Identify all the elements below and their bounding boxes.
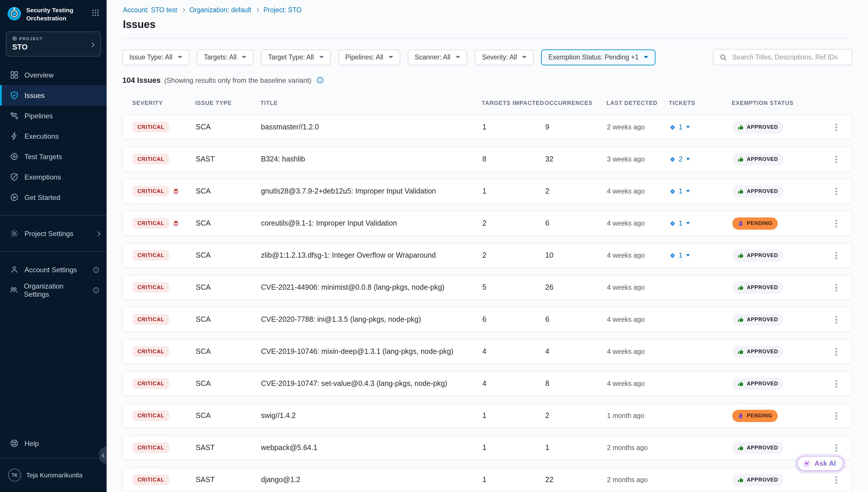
chevron-down-icon: [319, 56, 324, 58]
kebab-menu[interactable]: [835, 319, 837, 320]
ticket-chip[interactable]: 1: [669, 219, 689, 227]
filter-dropdown[interactable]: Targets: All: [197, 49, 254, 65]
kebab-menu[interactable]: [835, 222, 837, 224]
kebab-menu[interactable]: [835, 190, 837, 192]
issues-list: CRITICAL SCA bassmaster//1.2.0 1 9 2 wee…: [122, 115, 852, 492]
sidebar-item-organization-settings[interactable]: Organization Settings: [0, 280, 107, 300]
layers-icon: [173, 188, 179, 195]
ticket-icon: [669, 252, 676, 259]
kebab-menu[interactable]: [835, 287, 837, 288]
table-row[interactable]: CRITICAL SCA coreutils@9.1-1: Improper I…: [122, 211, 852, 236]
thumbs-up-icon: [737, 124, 744, 130]
sidebar-item-exemptions[interactable]: Exemptions: [0, 167, 107, 188]
app-switcher-icon[interactable]: [91, 9, 100, 19]
kebab-menu[interactable]: [835, 254, 837, 256]
issue-title: gnutls28@3.7.9-2+deb12u5: Improper Input…: [261, 187, 482, 195]
ticket-chip[interactable]: 2: [669, 155, 689, 163]
sidebar-item-issues[interactable]: Issues: [0, 85, 107, 106]
targets-impacted-value: 4: [482, 347, 545, 355]
divider: [0, 458, 107, 459]
last-detected-value: 4 weeks ago: [607, 380, 669, 387]
ticket-icon: [669, 156, 676, 162]
sparkle-icon: [802, 459, 811, 468]
filter-dropdown[interactable]: Scanner: All: [408, 49, 468, 65]
last-detected-value: 4 weeks ago: [607, 220, 669, 227]
occurrences-value: 1: [545, 444, 607, 452]
info-icon[interactable]: [316, 76, 324, 84]
user-profile[interactable]: TK Teja Kummarikuntla: [0, 463, 107, 487]
chevron-right-icon: [96, 232, 100, 236]
sidebar-item-executions[interactable]: Executions: [0, 126, 107, 147]
ticket-chip[interactable]: 1: [669, 187, 689, 195]
sidebar-item-overview[interactable]: Overview: [0, 65, 107, 85]
kebab-menu[interactable]: [835, 383, 837, 385]
targets-impacted-value: 2: [482, 251, 545, 260]
filter-dropdown[interactable]: Severity: All: [475, 49, 534, 65]
organization-icon: [9, 286, 18, 295]
table-row[interactable]: CRITICAL SAST webpack@5.64.1 1 1 2 month…: [122, 436, 852, 460]
table-row[interactable]: CRITICAL SCA zlib@1:1.2.13.dfsg-1: Integ…: [122, 243, 852, 268]
exemption-status-badge: APPROVED: [732, 377, 783, 390]
sidebar-item-test-targets[interactable]: Test Targets: [0, 147, 107, 167]
avatar: TK: [8, 469, 21, 482]
kebab-menu[interactable]: [835, 351, 837, 352]
issue-type: SAST: [196, 444, 261, 452]
table-row[interactable]: CRITICAL SCA swig//1.4.2 1 2 1 month ago: [122, 403, 852, 428]
exemption-status-badge: APPROVED: [732, 153, 783, 165]
table-row[interactable]: CRITICAL SAST django@1.2 1 22 2 months a…: [122, 468, 852, 492]
ticket-chip[interactable]: 1: [669, 123, 689, 131]
table-row[interactable]: CRITICAL SCA bassmaster//1.2.0 1 9 2 wee…: [122, 115, 852, 139]
column-last-detected: LAST DETECTED: [606, 100, 669, 106]
search-input[interactable]: [731, 53, 846, 61]
chevron-down-icon: [686, 222, 689, 224]
breadcrumb-account[interactable]: Account: STO test: [123, 6, 177, 14]
severity-badge: CRITICAL: [133, 474, 169, 485]
severity-badge: CRITICAL: [133, 282, 169, 293]
table-row[interactable]: CRITICAL SCA CVE-2020-7788: ini@1.3.5 (l…: [122, 307, 852, 332]
table-row[interactable]: CRITICAL SAST B324: hashlib 8 32 3 weeks…: [122, 147, 852, 171]
layers-icon: [173, 220, 179, 227]
table-row[interactable]: CRITICAL SCA CVE-2019-10746: mixin-deep@…: [122, 339, 852, 364]
sidebar-item-project-settings[interactable]: Project Settings: [0, 224, 107, 244]
filter-dropdown[interactable]: Issue Type: All: [122, 49, 189, 65]
issues-count: 104 Issues: [122, 76, 161, 84]
occurrences-value: 4: [545, 347, 607, 355]
chevron-down-icon: [178, 56, 182, 58]
kebab-menu[interactable]: [835, 415, 837, 417]
table-row[interactable]: CRITICAL SCA CVE-2019-10747: set-value@0…: [122, 371, 852, 396]
breadcrumb-project[interactable]: Project: STO: [263, 6, 301, 14]
filter-dropdown[interactable]: Exemption Status: Pending +1: [542, 49, 656, 65]
targets-impacted-value: 2: [482, 219, 545, 227]
sidebar-item-pipelines[interactable]: Pipelines: [0, 106, 107, 126]
sidebar-item-get-started[interactable]: Get Started: [0, 188, 107, 208]
filter-dropdown[interactable]: Target Type: All: [261, 49, 331, 65]
sidebar-item-help[interactable]: Help: [0, 433, 107, 453]
kebab-menu[interactable]: [835, 158, 837, 160]
sidebar-header: Security Testing Orchestration: [0, 0, 107, 26]
app-logo-icon[interactable]: [7, 6, 22, 21]
exemption-status-badge: APPROVED: [732, 121, 783, 133]
info-icon: [93, 287, 100, 294]
issue-title: CVE-2019-10747: set-value@0.4.3 (lang-pk…: [261, 379, 482, 388]
kebab-menu[interactable]: [835, 126, 837, 128]
table-row[interactable]: CRITICAL SCA CVE-2021-44906: minimist@0.…: [122, 275, 852, 300]
sidebar-item-account-settings[interactable]: Account Settings: [0, 260, 107, 280]
ticket-chip[interactable]: 1: [669, 251, 689, 260]
last-detected-value: 4 weeks ago: [607, 316, 669, 323]
kebab-menu[interactable]: [835, 479, 837, 481]
chevron-down-icon: [644, 56, 649, 58]
ask-ai-button[interactable]: Ask AI: [797, 456, 844, 471]
kebab-menu[interactable]: [835, 447, 837, 448]
severity-badge: CRITICAL: [133, 218, 169, 228]
breadcrumb-organization[interactable]: Organization: default: [189, 6, 251, 14]
project-selector[interactable]: PROJECT STO: [6, 32, 101, 57]
last-detected-value: 3 weeks ago: [607, 156, 669, 163]
chevron-down-icon: [686, 158, 689, 160]
occurrences-value: 9: [545, 123, 607, 131]
chevron-right-icon: [255, 8, 259, 12]
issue-type: SCA: [196, 379, 261, 388]
table-row[interactable]: CRITICAL SCA gnutls28@3.7.9-2+deb12u5: I…: [122, 179, 852, 203]
filter-dropdown[interactable]: Pipelines: All: [338, 49, 400, 65]
severity-badge: CRITICAL: [133, 250, 169, 261]
chevron-down-icon: [686, 126, 689, 128]
